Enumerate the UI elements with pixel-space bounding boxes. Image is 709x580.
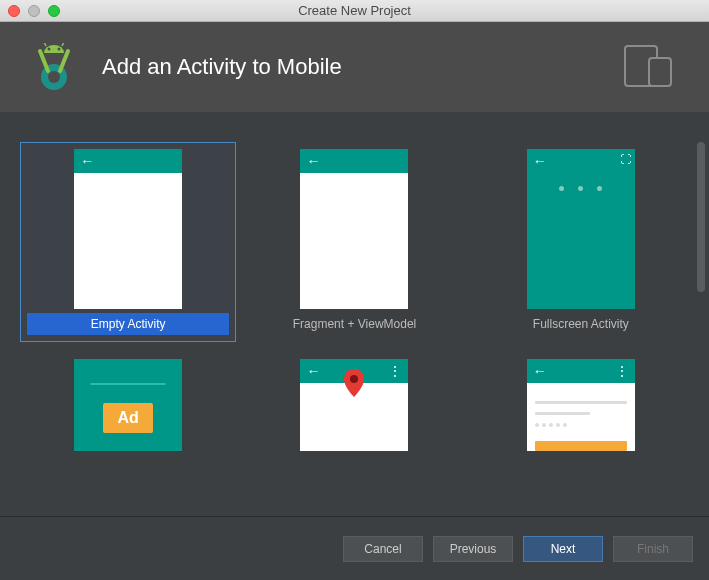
template-login-activity[interactable]: ← ⋮ Login Activity: [473, 352, 689, 458]
svg-point-2: [48, 48, 51, 51]
window-title: Create New Project: [0, 3, 709, 18]
template-thumbnail: ←: [300, 149, 408, 309]
scrollbar[interactable]: [697, 142, 705, 482]
back-arrow-icon: ←: [533, 153, 547, 169]
next-button[interactable]: Next: [523, 536, 603, 562]
titlebar: Create New Project: [0, 0, 709, 22]
overflow-menu-icon: ⋮: [615, 364, 629, 378]
previous-button[interactable]: Previous: [433, 536, 513, 562]
template-thumbnail: ← ⛶: [527, 149, 635, 309]
template-fullscreen-activity[interactable]: ← ⛶ Fullscreen Activity: [473, 142, 689, 342]
template-admob-activity[interactable]: Ad Google AdMob Ads Activity: [20, 352, 236, 458]
fullscreen-icon: ⛶: [620, 153, 631, 165]
svg-point-8: [350, 375, 358, 383]
svg-line-5: [62, 43, 64, 46]
back-arrow-icon: ←: [306, 363, 320, 379]
back-arrow-icon: ←: [533, 363, 547, 379]
template-thumbnail: ←: [74, 149, 182, 309]
back-arrow-icon: ←: [80, 153, 94, 169]
template-empty-activity[interactable]: ← Empty Activity: [20, 142, 236, 342]
svg-point-3: [58, 48, 61, 51]
map-pin-icon: [344, 369, 364, 397]
template-thumbnail: Ad: [74, 359, 182, 451]
wizard-title: Add an Activity to Mobile: [102, 54, 342, 80]
ad-icon: Ad: [103, 403, 152, 433]
wizard-header: Add an Activity to Mobile: [0, 22, 709, 112]
devices-icon: [623, 44, 679, 88]
wizard-footer: Cancel Previous Next Finish: [0, 516, 709, 580]
svg-point-1: [48, 71, 60, 83]
cancel-button[interactable]: Cancel: [343, 536, 423, 562]
template-thumbnail: ← ⋮: [527, 359, 635, 451]
template-thumbnail: ← ⋮: [300, 359, 408, 451]
template-maps-activity[interactable]: ← ⋮ Google Maps Activity: [246, 352, 462, 458]
finish-button[interactable]: Finish: [613, 536, 693, 562]
template-label: Fullscreen Activity: [480, 313, 682, 335]
template-gallery: ← Empty Activity ← Fragment + ViewModel …: [0, 112, 709, 516]
template-label: Empty Activity: [27, 313, 229, 335]
back-arrow-icon: ←: [306, 153, 320, 169]
svg-line-4: [44, 43, 46, 46]
template-label: Fragment + ViewModel: [253, 313, 455, 335]
android-studio-logo-icon: [30, 43, 78, 91]
template-fragment-viewmodel[interactable]: ← Fragment + ViewModel: [246, 142, 462, 342]
overflow-menu-icon: ⋮: [388, 364, 402, 378]
svg-rect-7: [649, 58, 671, 86]
